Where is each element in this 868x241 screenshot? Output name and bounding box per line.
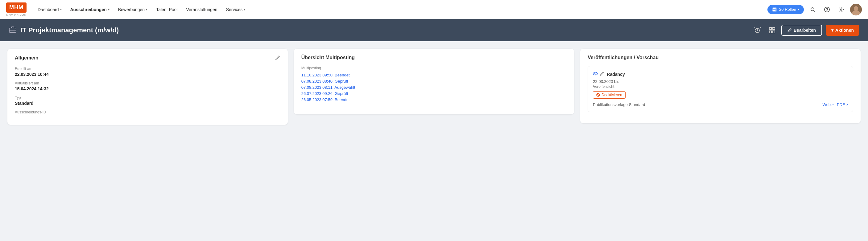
edit-label: Bearbeiten: [794, 28, 816, 33]
eye-icon[interactable]: [593, 71, 598, 77]
aktionen-button[interactable]: ▾ Aktionen: [826, 25, 859, 36]
pub-name: Radancy: [607, 72, 625, 77]
veroeffentlichungen-card: Veröffentlichungen / Vorschau Radancy: [580, 49, 861, 123]
external-link-icon: ↗: [845, 103, 848, 106]
pub-date: 22.03.2023 bis: [593, 79, 848, 84]
pub-card-header: Radancy: [593, 71, 848, 77]
user-avatar[interactable]: [850, 4, 862, 15]
external-link-icon: ↗: [831, 103, 834, 106]
main-content: Allgemein Erstellt am 22.03.2023 10:44 A…: [0, 41, 868, 132]
nav-item-bewerbungen[interactable]: Bewerbungen ▾: [115, 5, 151, 14]
deactivate-label: Deaktivieren: [601, 93, 622, 97]
svg-rect-13: [773, 27, 775, 30]
web-link[interactable]: Web ↗: [823, 102, 834, 107]
pub-links: Web ↗ PDF ↗: [823, 102, 848, 107]
allgemein-card: Allgemein Erstellt am 22.03.2023 10:44 A…: [7, 49, 288, 125]
svg-rect-15: [773, 31, 775, 33]
pub-status: Veröffentlicht: [593, 84, 848, 89]
briefcase-icon: [9, 25, 17, 35]
chevron-down-icon: ▾: [244, 8, 245, 11]
nav-right: 20 Rollen ▾: [768, 4, 862, 15]
edit-button[interactable]: Bearbeiten: [781, 25, 822, 36]
nav-item-services[interactable]: Services ▾: [222, 5, 249, 14]
field-value-typ: Standard: [15, 101, 280, 106]
publication-card: Radancy 22.03.2023 bis Veröffentlicht De…: [588, 66, 853, 112]
svg-rect-14: [769, 31, 771, 33]
pub-edit-icon[interactable]: [600, 72, 604, 77]
mp-item-4[interactable]: 26.05.2023 07:59, Beendet: [301, 97, 567, 102]
chevron-down-icon: ▾: [798, 8, 800, 11]
pub-template-label: Publikationsvorlage Standard: [593, 102, 645, 107]
chevron-down-icon: ▾: [831, 28, 833, 33]
multiposting-title: Übersicht Multiposting: [301, 55, 355, 60]
svg-point-5: [827, 10, 827, 11]
svg-point-1: [775, 8, 776, 9]
nav-item-veranstaltungen[interactable]: Veranstaltungen: [182, 5, 221, 14]
mp-item-3[interactable]: 26.07.2023 09:26, Geprüft: [301, 91, 567, 96]
svg-rect-12: [769, 27, 771, 30]
navbar: MHM MHM-HR.COM Dashboard ▾ Ausschreibung…: [0, 0, 868, 19]
pub-template-row: Publikationsvorlage Standard Web ↗ PDF ↗: [593, 102, 848, 107]
multiposting-card-header: Übersicht Multiposting: [301, 55, 567, 60]
svg-point-6: [841, 9, 842, 10]
deactivate-button[interactable]: Deaktivieren: [593, 91, 625, 99]
header-actions: Bearbeiten ▾ Aktionen: [752, 25, 859, 36]
field-typ: Typ Standard: [15, 96, 280, 106]
svg-point-17: [595, 73, 596, 74]
field-aktualisiert: Aktualisiert am 15.04.2024 14:32: [15, 81, 280, 91]
mp-item-2[interactable]: 07.08.2023 08:11, Ausgewählt: [301, 85, 567, 90]
logo[interactable]: MHM MHM-HR.COM: [6, 2, 27, 16]
alarm-icon-button[interactable]: [752, 25, 763, 36]
mp-item-0[interactable]: 11.10.2023 09:50, Beendet: [301, 73, 567, 77]
allgemein-card-header: Allgemein: [15, 55, 280, 61]
roles-label: 20 Rollen: [779, 7, 796, 12]
allgemein-edit-icon[interactable]: [275, 55, 280, 61]
field-label-aktualisiert: Aktualisiert am: [15, 81, 280, 85]
logo-text: MHM: [6, 2, 27, 13]
search-button[interactable]: [808, 4, 818, 15]
field-value-erstellt: 22.03.2023 10:44: [15, 72, 280, 77]
chevron-down-icon: ▾: [108, 8, 110, 11]
pdf-link[interactable]: PDF ↗: [837, 102, 848, 107]
nav-item-talentpool[interactable]: Talent Pool: [152, 5, 181, 14]
nav-items: Dashboard ▾ Ausschreibungen ▾ Bewerbunge…: [34, 5, 768, 14]
mp-item-1[interactable]: 07.08.2023 08:40, Geprüft: [301, 79, 567, 83]
field-label-id: Ausschreibungs-ID: [15, 110, 280, 114]
svg-point-2: [811, 8, 814, 11]
svg-line-19: [597, 94, 599, 96]
veroeffentlichungen-card-header: Veröffentlichungen / Vorschau: [588, 55, 853, 60]
chevron-down-icon: ▾: [146, 8, 148, 11]
aktionen-label: Aktionen: [835, 28, 854, 33]
nav-item-ausschreibungen[interactable]: Ausschreibungen ▾: [67, 5, 113, 14]
mp-section-label: Multiposting: [301, 66, 567, 70]
chevron-down-icon: ▾: [60, 8, 62, 11]
roles-button[interactable]: 20 Rollen ▾: [768, 5, 804, 14]
veroeffentlichungen-title: Veröffentlichungen / Vorschau: [588, 55, 658, 60]
page-title: IT Projektmanagement (m/w/d): [20, 26, 119, 34]
field-id: Ausschreibungs-ID: [15, 110, 280, 114]
help-button[interactable]: [822, 4, 832, 15]
page-header: IT Projektmanagement (m/w/d) Bearbeiten: [0, 19, 868, 41]
field-value-aktualisiert: 15.04.2024 14:32: [15, 86, 280, 91]
logo-sub: MHM-HR.COM: [6, 13, 27, 16]
settings-button[interactable]: [836, 4, 846, 15]
svg-point-16: [593, 72, 597, 75]
svg-point-8: [854, 6, 858, 10]
svg-line-3: [814, 10, 815, 12]
allgemein-title: Allgemein: [15, 55, 38, 61]
roles-icon: [772, 7, 777, 12]
grid-icon-button[interactable]: [767, 25, 778, 36]
page-title-area: IT Projektmanagement (m/w/d): [9, 25, 119, 35]
mp-more: ...: [301, 104, 567, 108]
nav-item-dashboard[interactable]: Dashboard ▾: [34, 5, 65, 14]
multiposting-card: Übersicht Multiposting Multiposting 11.1…: [294, 49, 575, 114]
field-erstellt: Erstellt am 22.03.2023 10:44: [15, 67, 280, 77]
field-label-erstellt: Erstellt am: [15, 67, 280, 71]
field-label-typ: Typ: [15, 96, 280, 100]
